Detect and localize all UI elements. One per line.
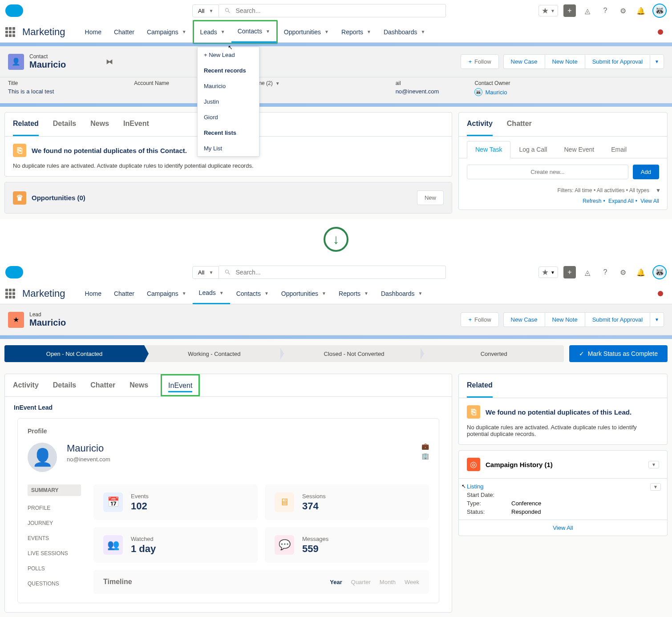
side-nav-live-sessions[interactable]: LIVE SESSIONS	[28, 550, 81, 557]
search-filter[interactable]: All▼	[192, 4, 219, 17]
notifications-bell-icon[interactable]: 🔔	[635, 4, 647, 17]
tab-details[interactable]: Details	[53, 374, 76, 396]
notification-dot[interactable]	[658, 29, 663, 35]
recent-list[interactable]: My List	[198, 141, 259, 156]
help-icon[interactable]: ?	[599, 266, 611, 278]
new-case-button[interactable]: New Case	[503, 54, 545, 69]
nav-leads[interactable]: Leads▼	[194, 21, 231, 43]
search-input[interactable]	[236, 7, 441, 14]
tab-activity[interactable]: Activity	[13, 374, 39, 396]
side-nav-profile[interactable]: PROFILE	[28, 505, 81, 511]
submit-approval-button[interactable]: Submit for Approval	[585, 312, 650, 327]
recent-record[interactable]: Mauricio	[198, 78, 259, 94]
nav-dashboards[interactable]: Dashboards▼	[375, 283, 429, 304]
email-value[interactable]: no@inevent.com	[396, 88, 439, 95]
follow-button[interactable]: +Follow	[461, 54, 498, 69]
trailhead-icon[interactable]: ◬	[581, 266, 594, 278]
nav-opportunities[interactable]: Opportunities▼	[278, 21, 335, 43]
user-avatar[interactable]: 🦝	[652, 265, 667, 279]
side-nav-polls[interactable]: POLLS	[28, 565, 81, 572]
create-new-input[interactable]	[467, 165, 628, 179]
nav-chatter[interactable]: Chatter	[108, 21, 141, 43]
search-input[interactable]	[236, 269, 441, 276]
refresh-link[interactable]: Refresh	[583, 198, 601, 204]
more-actions-button[interactable]: ▼	[650, 312, 664, 327]
tab-chatter[interactable]: Chatter	[90, 374, 115, 396]
notification-dot[interactable]	[658, 291, 663, 296]
side-nav-events[interactable]: EVENTS	[28, 535, 81, 541]
help-icon[interactable]: ?	[599, 4, 611, 17]
mark-complete-button[interactable]: ✓Mark Status as Complete	[569, 345, 668, 362]
add-icon[interactable]: +	[563, 266, 576, 278]
salesforce-logo[interactable]	[5, 4, 23, 17]
listing-menu[interactable]: ▼	[650, 483, 661, 491]
nav-reports[interactable]: Reports▼	[335, 21, 377, 43]
salesforce-logo[interactable]	[5, 266, 23, 278]
search-box[interactable]	[219, 266, 446, 279]
tab-inevent[interactable]: InEvent	[168, 382, 192, 392]
new-note-button[interactable]: New Note	[545, 54, 585, 69]
side-nav-questions[interactable]: QUESTIONS	[28, 581, 81, 587]
side-nav-summary[interactable]: SUMMARY	[28, 484, 81, 496]
search-filter[interactable]: All▼	[192, 266, 219, 279]
new-note-button[interactable]: New Note	[545, 312, 585, 327]
notifications-bell-icon[interactable]: 🔔	[635, 266, 647, 278]
nav-chatter[interactable]: Chatter	[108, 283, 141, 304]
nav-leads[interactable]: Leads▼	[193, 283, 230, 304]
nav-campaigns[interactable]: Campaigns▼	[141, 283, 193, 304]
nav-reports[interactable]: Reports▼	[332, 283, 375, 304]
view-all-link[interactable]: View All	[640, 198, 659, 204]
add-button[interactable]: Add	[633, 165, 659, 179]
tab-news[interactable]: News	[90, 113, 109, 136]
tab-inevent[interactable]: InEvent	[123, 113, 149, 136]
tab-related[interactable]: Related	[13, 113, 39, 136]
time-range-month[interactable]: Month	[380, 579, 396, 585]
nav-dashboards[interactable]: Dashboards▼	[377, 21, 431, 43]
recent-record[interactable]: Justin	[198, 94, 259, 109]
recent-record[interactable]: Giord	[198, 109, 259, 125]
side-nav-journey[interactable]: JOURNEY	[28, 520, 81, 526]
favorites[interactable]: ▼	[538, 5, 558, 16]
expand-all-link[interactable]: Expand All	[608, 198, 634, 204]
submit-approval-button[interactable]: Submit for Approval	[585, 54, 650, 69]
path-step[interactable]: Converted	[424, 345, 564, 362]
tab-activity[interactable]: Activity	[467, 113, 493, 136]
user-avatar[interactable]: 🦝	[652, 4, 667, 18]
tab-news[interactable]: News	[130, 374, 148, 396]
nav-home[interactable]: Home	[79, 283, 108, 304]
more-actions-button[interactable]: ▼	[650, 54, 664, 69]
path-step[interactable]: Closed - Not Converted	[284, 345, 424, 362]
nav-opportunities[interactable]: Opportunities▼	[275, 283, 332, 304]
time-range-year[interactable]: Year	[330, 579, 342, 585]
add-icon[interactable]: +	[563, 4, 576, 17]
subtab-email[interactable]: Email	[603, 141, 635, 158]
campaign-menu[interactable]: ▼	[648, 461, 659, 468]
search-box[interactable]	[219, 4, 446, 17]
trailhead-icon[interactable]: ◬	[581, 4, 594, 17]
listing-link[interactable]: Listing	[467, 483, 659, 490]
nav-home[interactable]: Home	[79, 21, 108, 43]
new-opportunity-button[interactable]: New	[417, 190, 444, 205]
time-range-quarter[interactable]: Quarter	[351, 579, 371, 585]
app-launcher-icon[interactable]	[5, 27, 15, 37]
follow-button[interactable]: +Follow	[461, 312, 498, 327]
view-all-link[interactable]: View All	[459, 520, 667, 536]
time-range-week[interactable]: Week	[405, 579, 419, 585]
hierarchy-icon[interactable]: ⧓	[106, 57, 113, 66]
nav-contacts[interactable]: Contacts▼	[231, 21, 276, 43]
subtab-new-task[interactable]: New Task	[467, 141, 510, 158]
activity-filters[interactable]: Filters: All time • All activities • All…	[558, 187, 649, 194]
nav-contacts[interactable]: Contacts▼	[230, 283, 275, 304]
owner-value[interactable]: Mauricio	[485, 89, 507, 96]
setup-gear-icon[interactable]: ⚙	[617, 4, 629, 17]
tab-details[interactable]: Details	[53, 113, 76, 136]
app-launcher-icon[interactable]	[5, 289, 15, 298]
favorites[interactable]: ▼	[538, 266, 558, 278]
filter-icon[interactable]: ▼	[656, 187, 661, 194]
path-step[interactable]: Open - Not Contacted	[4, 345, 144, 362]
tab-related[interactable]: Related	[467, 374, 493, 398]
path-step[interactable]: Working - Contacted	[144, 345, 284, 362]
setup-gear-icon[interactable]: ⚙	[617, 266, 629, 278]
new-case-button[interactable]: New Case	[503, 312, 545, 327]
tab-chatter[interactable]: Chatter	[507, 113, 532, 136]
